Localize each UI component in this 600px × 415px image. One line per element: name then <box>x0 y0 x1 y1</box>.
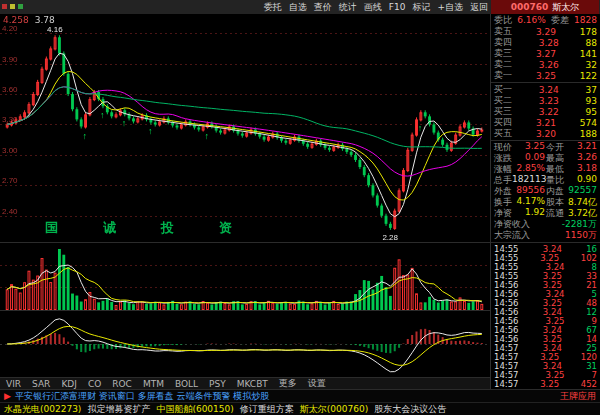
menu-item-1[interactable]: 自选 <box>289 1 307 14</box>
tick-volume: 452 <box>581 379 597 389</box>
bid-volume: 574 <box>580 118 597 128</box>
ask-row-4[interactable]: 卖一3.25122 <box>491 70 600 81</box>
ticker-segment-3[interactable]: 修订重组方案 <box>240 403 294 415</box>
red-square-icon <box>2 4 7 9</box>
menu-item-0[interactable]: 委托 <box>264 1 282 14</box>
ask-price: 3.25 <box>536 71 556 81</box>
quote-wide-row-1: 大宗流入1150万 <box>491 230 600 241</box>
tab-mkcbt[interactable]: MKCBT <box>237 379 268 389</box>
quote-panel: 委比 6.16% 委差 1828 卖五3.29178卖四3.2888卖三3.27… <box>490 14 600 389</box>
window-control-icons <box>2 4 23 9</box>
main-chart-panel: 4.258 3.78 <box>0 14 490 242</box>
ticker-segment-0[interactable]: 水晶光电(002273) <box>4 403 81 415</box>
oscillator-panel <box>0 310 490 378</box>
green-square-icon <box>18 4 23 9</box>
bid-price: 3.24 <box>539 85 559 95</box>
bid-price: 3.23 <box>539 96 559 106</box>
tab-kdj[interactable]: KDJ <box>61 379 77 389</box>
ask-rows: 卖五3.29178卖四3.2888卖三3.27141卖二3.2632卖一3.25… <box>491 26 600 81</box>
stock-title[interactable]: 000760 斯太尔 <box>491 0 599 14</box>
ticker-segment-1[interactable]: 拟定增募资扩产 <box>87 403 150 415</box>
yellow-square-icon <box>10 4 15 9</box>
bid-volume: 93 <box>586 96 597 106</box>
ticker-segment-4[interactable]: 斯太尔(000760) <box>300 403 368 415</box>
ask-label: 卖一 <box>494 69 512 82</box>
tab-vir[interactable]: VIR <box>6 379 21 389</box>
tick-row-15[interactable]: 14:573.25452 <box>491 379 600 388</box>
bid-label: 买五 <box>494 127 512 140</box>
promo-link[interactable]: 王牌应用 <box>560 390 596 403</box>
menu-item-2[interactable]: 查价 <box>314 1 332 14</box>
status-bar-2: 水晶光电(002273)拟定增募资扩产中国船舶(600150)修订重组方案斯太尔… <box>0 402 600 415</box>
ask-volume: 32 <box>586 60 597 70</box>
tab-boll[interactable]: BOLL <box>175 379 198 389</box>
ask-volume: 122 <box>580 71 597 81</box>
status-bar-1: ▶ 平安银行汇添富理财 资讯窗口 多屏看盘 云端条件预警 模拟炒股 王牌应用 <box>0 389 600 402</box>
bid-rows: 买一3.2437买二3.2393买三3.2295买四3.21574买五3.201… <box>491 84 600 139</box>
menu-item-7[interactable]: +自选 <box>437 1 463 14</box>
menu-item-3[interactable]: 统计 <box>339 1 357 14</box>
ask-price: 3.27 <box>536 49 556 59</box>
menu-list: 委托自选查价统计画线F10标记+自选返回 <box>264 0 488 14</box>
news-ticker-link[interactable]: 平安银行汇添富理财 资讯窗口 多屏看盘 云端条件预警 模拟炒股 <box>15 390 269 403</box>
trading-app-window: 委托自选查价统计画线F10标记+自选返回 000760 斯太尔 4.258 3.… <box>0 0 600 415</box>
bid-volume: 95 <box>586 107 597 117</box>
oscillator-chart-canvas[interactable] <box>0 311 489 377</box>
tab-mtm[interactable]: MTM <box>143 379 164 389</box>
indicator-tab-bar: VIRSARKDJCOROCMTMBOLLPSYMKCBT更多设置 <box>0 377 490 389</box>
tick-price: 3.25 <box>540 379 559 389</box>
wide-label: 大宗流入 <box>494 229 530 242</box>
menu-item-4[interactable]: 画线 <box>364 1 382 14</box>
stock-name: 斯太尔 <box>552 1 579 14</box>
news-play-icon: ▶ <box>4 391 11 401</box>
bid-volume: 37 <box>586 85 597 95</box>
tab-psy[interactable]: PSY <box>209 379 226 389</box>
ask-volume: 178 <box>580 27 597 37</box>
volume-chart-canvas[interactable] <box>0 243 489 310</box>
ask-volume: 141 <box>580 49 597 59</box>
bid-price: 3.22 <box>539 107 559 117</box>
ask-volume: 88 <box>586 38 597 48</box>
bid-price: 3.20 <box>536 129 556 139</box>
ask-price: 3.28 <box>539 38 559 48</box>
menu-item-6[interactable]: 标记 <box>412 1 430 14</box>
bid-price: 3.21 <box>536 118 556 128</box>
tick-time: 14:57 <box>494 379 519 389</box>
stock-code: 000760 <box>511 2 549 12</box>
menu-item-8[interactable]: 返回 <box>470 1 488 14</box>
ask-price: 3.29 <box>536 27 556 37</box>
weibi-value: 6.16% <box>517 15 546 25</box>
bid-volume: 188 <box>580 129 597 139</box>
ask-price: 3.26 <box>539 60 559 70</box>
tab-roc[interactable]: ROC <box>112 379 132 389</box>
menu-item-5[interactable]: F10 <box>389 2 406 12</box>
weicha-value: 1828 <box>574 15 597 25</box>
weicha-label: 委差 <box>551 14 569 27</box>
ticker-segment-2[interactable]: 中国船舶(600150) <box>156 403 233 415</box>
quote-rows: 现价3.25今开3.21涨跌0.09最高3.26涨幅2.85%最低3.18总手1… <box>491 142 600 241</box>
ticker-segment-5[interactable]: 股东大会决议公告 <box>374 403 446 415</box>
candlestick-chart-canvas[interactable] <box>0 14 489 242</box>
tab-co[interactable]: CO <box>88 379 101 389</box>
volume-panel <box>0 242 490 311</box>
chart-column: 4.258 3.78 VIRSARKDJCOROCMTMBOLLPSYMKCBT… <box>0 14 490 389</box>
tick-list[interactable]: 14:553.241614:553.2510214:553.24814:553.… <box>491 244 600 388</box>
bid-row-4[interactable]: 买五3.20188 <box>491 128 600 139</box>
top-menu-bar: 委托自选查价统计画线F10标记+自选返回 000760 斯太尔 <box>0 0 600 15</box>
wide-value: 1150万 <box>565 229 597 242</box>
tab-sar[interactable]: SAR <box>32 379 50 389</box>
